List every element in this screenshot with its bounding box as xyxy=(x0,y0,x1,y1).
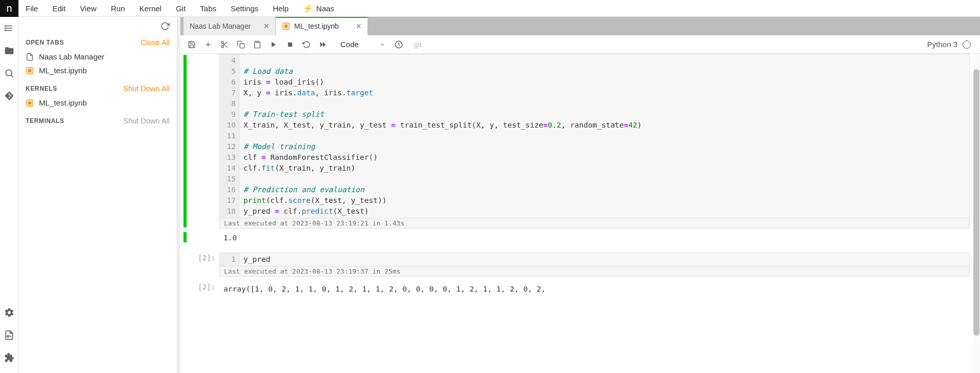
output-prompt xyxy=(189,231,219,245)
cell-prompt: [2]: xyxy=(189,253,219,277)
menu-edit[interactable]: Edit xyxy=(45,0,73,17)
menu-bar: n FileEditViewRunKernelGitTabsSettingsHe… xyxy=(0,0,980,17)
add-cell-icon[interactable] xyxy=(201,37,215,52)
svg-line-7 xyxy=(11,75,13,77)
svg-point-5 xyxy=(5,30,6,31)
code-editor[interactable]: # Load datairis = load_iris()X, y = iris… xyxy=(239,54,969,218)
folder-icon[interactable] xyxy=(4,46,14,56)
naas-menu[interactable]: ⚡ Naas xyxy=(296,0,341,17)
content-area: Naas Lab Manager×ML_test.ipynb× Code git… xyxy=(180,17,980,373)
menu-kernel[interactable]: Kernel xyxy=(132,0,169,17)
terminals-title: TERMINALS xyxy=(26,117,64,125)
svg-point-17 xyxy=(221,42,223,44)
line-gutter: 1 xyxy=(220,253,239,266)
cell-marker xyxy=(183,232,187,242)
output-text: 1.0 xyxy=(219,231,970,245)
notebook-icon xyxy=(282,22,290,30)
scrollbar-thumb[interactable] xyxy=(973,69,979,336)
menu-git[interactable]: Git xyxy=(169,0,193,17)
notebook-body[interactable]: 456789101112131415161718 # Load datairis… xyxy=(180,54,980,373)
paste-icon[interactable] xyxy=(250,37,264,52)
notebook-icon xyxy=(26,67,34,75)
file-icon xyxy=(26,53,34,61)
running-icon[interactable] xyxy=(4,23,14,33)
exec-info: Last executed at 2023-08-13 23:19:37 in … xyxy=(219,266,970,277)
menu-settings[interactable]: Settings xyxy=(223,0,266,17)
menu-help[interactable]: Help xyxy=(266,0,296,17)
svg-marker-26 xyxy=(320,42,323,47)
code-cell[interactable]: [2]: 1 y_pred Last executed at 2023-08-1… xyxy=(183,253,970,277)
menu-run[interactable]: Run xyxy=(104,0,132,17)
doc-tab[interactable]: ML_test.ipynb× xyxy=(276,17,368,35)
close-icon[interactable]: × xyxy=(263,22,269,31)
svg-rect-22 xyxy=(240,44,244,48)
open-tabs-header: OPEN TABS Close All xyxy=(18,35,177,50)
cell-type-label: Code xyxy=(340,40,359,49)
search-icon[interactable] xyxy=(4,68,14,78)
sidebar: OPEN TABS Close All Naas Lab ManagerML_t… xyxy=(18,17,177,373)
svg-rect-25 xyxy=(288,42,292,46)
code-cell[interactable]: 456789101112131415161718 # Load datairis… xyxy=(183,54,970,229)
cut-icon[interactable] xyxy=(217,37,232,52)
document-tabs: Naas Lab Manager×ML_test.ipynb× xyxy=(180,17,980,35)
open-tabs-title: OPEN TABS xyxy=(26,39,64,46)
git-icon[interactable] xyxy=(4,91,14,101)
doc-tab[interactable]: Naas Lab Manager× xyxy=(183,17,276,35)
svg-line-20 xyxy=(226,45,228,47)
svg-point-8 xyxy=(7,336,8,337)
run-icon[interactable] xyxy=(267,37,281,52)
save-icon[interactable] xyxy=(185,37,199,52)
svg-rect-14 xyxy=(284,25,288,28)
copy-icon[interactable] xyxy=(234,37,248,52)
chevron-down-icon xyxy=(379,42,385,48)
cell-marker xyxy=(183,55,187,227)
sidebar-tab-item[interactable]: ML_test.ipynb xyxy=(18,64,177,77)
output-cell: 1.0 xyxy=(183,231,970,245)
run-all-icon[interactable] xyxy=(316,37,330,52)
svg-point-3 xyxy=(5,26,6,27)
terminals-header: TERMINALS Shut Down All xyxy=(18,114,177,128)
bolt-icon: ⚡ xyxy=(303,4,313,13)
svg-line-21 xyxy=(223,43,224,45)
cell-prompt xyxy=(189,54,219,229)
restart-icon[interactable] xyxy=(299,37,314,52)
git-label[interactable]: git xyxy=(414,40,422,49)
output-cell: [2]: array([1, 0, 2, 1, 1, 0, 1, 2, 1, 1… xyxy=(183,282,970,297)
svg-point-6 xyxy=(6,70,12,76)
menu-file[interactable]: File xyxy=(18,0,45,17)
gears-icon[interactable] xyxy=(4,307,14,318)
kernels-header: KERNELS Shut Down All xyxy=(18,81,177,96)
clock-icon[interactable] xyxy=(392,37,406,52)
menu-view[interactable]: View xyxy=(73,0,104,17)
stop-icon[interactable] xyxy=(283,37,297,52)
svg-rect-12 xyxy=(28,101,32,105)
notebook-icon xyxy=(26,99,34,107)
close-all-button[interactable]: Close All xyxy=(141,38,170,47)
svg-point-18 xyxy=(221,46,223,48)
terminals-shutdown-button[interactable]: Shut Down All xyxy=(124,117,170,125)
menu-tabs[interactable]: Tabs xyxy=(193,0,223,17)
doc-tab-label: Naas Lab Manager xyxy=(190,22,251,30)
cell-type-select[interactable]: Code xyxy=(336,39,390,50)
code-editor[interactable]: y_pred xyxy=(239,253,969,266)
line-gutter: 456789101112131415161718 xyxy=(220,54,239,218)
extension-icon[interactable] xyxy=(4,353,14,363)
refresh-icon[interactable] xyxy=(160,22,170,31)
scrollbar[interactable] xyxy=(973,54,980,373)
kernels-shutdown-button[interactable]: Shut Down All xyxy=(124,85,170,93)
kernels-title: KERNELS xyxy=(26,85,57,92)
exec-info: Last executed at 2023-08-13 23:19:21 in … xyxy=(219,218,970,229)
svg-marker-24 xyxy=(272,42,276,47)
close-icon[interactable]: × xyxy=(356,22,361,31)
tab-label: ML_test.ipynb xyxy=(39,66,87,75)
kernel-label: ML_test.ipynb xyxy=(39,98,87,107)
svg-rect-23 xyxy=(256,41,258,43)
sidebar-tab-item[interactable]: Naas Lab Manager xyxy=(18,50,177,64)
sidebar-kernel-item[interactable]: ML_test.ipynb xyxy=(18,96,177,110)
naas-label: Naas xyxy=(316,4,334,13)
kernel-name[interactable]: Python 3 xyxy=(927,40,957,49)
document-icon[interactable] xyxy=(4,330,14,340)
notebook-toolbar: Code git Python 3 xyxy=(180,35,980,54)
kernel-status-icon[interactable] xyxy=(963,40,971,49)
activity-bar xyxy=(0,17,18,373)
